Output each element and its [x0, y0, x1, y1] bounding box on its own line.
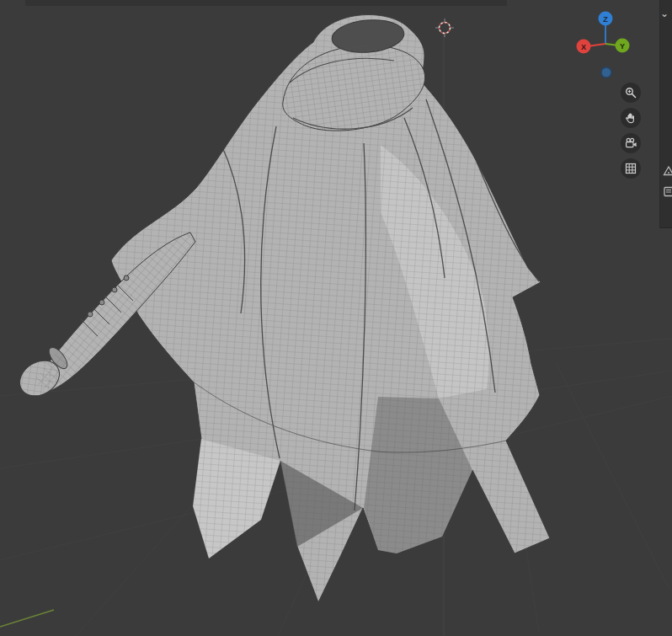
gizmo-x-label: X — [581, 43, 586, 51]
blender-3d-viewport[interactable]: ⌄ Z X Y — [0, 0, 672, 636]
panel-tab-clipboard-icon[interactable] — [663, 185, 672, 197]
gizmo-axis-x-handle[interactable]: X — [577, 40, 591, 54]
3d-cursor — [435, 19, 454, 37]
grid-icon — [625, 163, 637, 174]
collapse-chevron-icon[interactable]: ⌄ — [658, 7, 671, 20]
gizmo-axis-y-handle[interactable]: Y — [616, 39, 630, 53]
viewport-scene — [0, 0, 672, 636]
gizmo-z-label: Z — [603, 15, 608, 24]
y-axis-grid-line — [0, 610, 54, 627]
gizmo-axis-z-handle[interactable]: Z — [599, 12, 613, 26]
zoom-icon — [625, 87, 637, 99]
editor-top-border — [25, 0, 507, 6]
pan-view-button[interactable] — [621, 108, 641, 128]
toggle-projection-button[interactable] — [621, 158, 641, 179]
hand-icon — [625, 112, 637, 124]
camera-view-button[interactable] — [621, 133, 641, 153]
gizmo-y-label: Y — [620, 42, 625, 51]
zoom-button[interactable] — [621, 83, 641, 103]
mesh-object[interactable] — [13, 15, 550, 602]
panel-tab-triangle-icon[interactable] — [663, 165, 672, 177]
camera-icon — [625, 137, 637, 149]
navigation-gizmo[interactable]: Z X Y — [576, 7, 637, 79]
gizmo-axis-neg-z-handle[interactable] — [601, 67, 611, 77]
